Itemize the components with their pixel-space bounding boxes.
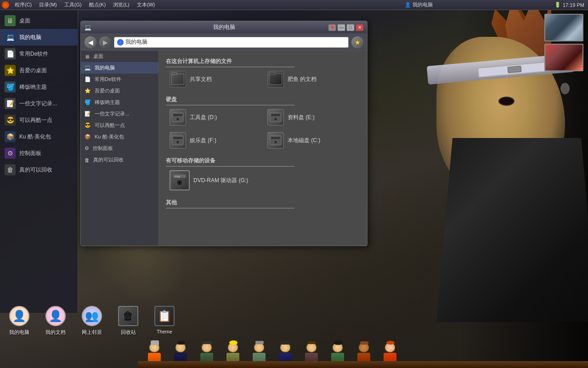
win-sidebar-themes-icon: 🪣 — [85, 99, 91, 105]
sidebar-item-software[interactable]: 📄 常用De软件 — [0, 46, 78, 62]
drive-f-icon — [170, 132, 186, 149]
win-sidebar-item-mycomputer[interactable]: 💻 我的电脑 — [81, 62, 158, 74]
taskbar-active-window[interactable]: 👤 我的电脑 — [396, 1, 442, 8]
menu-programs[interactable]: 程序(C) — [11, 0, 35, 9]
network-desktop-label: 网上邻居 — [82, 329, 102, 336]
sidebar-item-themes[interactable]: 🪣 稀饭哟主题 — [0, 79, 78, 95]
drive-c[interactable]: 本地磁盘 (C:) — [266, 131, 360, 150]
menu-text[interactable]: 文本(W) — [133, 0, 159, 9]
recycle-icon-sidebar: 🗑 — [5, 164, 16, 175]
file-shared-docs[interactable]: 共享文档 — [168, 69, 262, 89]
nav-forward-button[interactable]: ▶ — [99, 36, 111, 48]
shared-docs-icon — [170, 71, 186, 87]
file-feiyu-docs[interactable]: 肥鱼 的文档 — [266, 69, 360, 89]
drive-g-label: DVD-RAM 驱动器 (G:) — [193, 177, 248, 184]
chibi-platform — [138, 361, 588, 368]
window-pin-button[interactable]: 📌 — [328, 24, 336, 31]
window-controls: 📌 — □ ✕ — [328, 24, 363, 31]
win-sidebar-mycomputer-label: 我的电脑 — [95, 64, 115, 71]
menu-directory[interactable]: 目录(M) — [35, 0, 61, 9]
win-sidebar-recycle-label: 真的可以回收 — [93, 156, 124, 163]
sidebar-item-cool[interactable]: 😎 可以再酷一点 — [0, 112, 78, 128]
thumbnail-2[interactable] — [544, 44, 583, 71]
sidebar-item-ku[interactable]: 📦 Ku 酷·美化包 — [0, 128, 78, 145]
window-maximize-button[interactable]: □ — [347, 24, 354, 31]
drive-f[interactable]: 娱乐盘 (F:) — [168, 131, 262, 150]
svg-rect-9 — [173, 137, 182, 139]
win-sidebar-item-controlpanel[interactable]: ⚙ 控制面板 — [81, 143, 158, 154]
mydocs-desktop-icon: 👤 — [45, 305, 67, 327]
win-sidebar-item-favorites[interactable]: ⭐ 吾爱の桌面 — [81, 85, 158, 97]
win-sidebar-item-software[interactable]: 📄 常用De软件 — [81, 74, 158, 85]
menu-cool[interactable]: 酷点(K) — [85, 0, 110, 9]
desktop-icon-network[interactable]: 👥 网上邻居 — [77, 305, 107, 336]
desktop-icon-mydocs[interactable]: 👤 我的文档 — [41, 305, 70, 336]
window-titlebar[interactable]: 💻 我的电脑 📌 — □ ✕ — [81, 21, 367, 34]
hard-drives-grid: 工具盘 (D:) 资料盘 (E:) — [166, 108, 360, 150]
window-close-button[interactable]: ✕ — [356, 24, 363, 31]
clock: 17:19 PM — [563, 2, 584, 8]
win-sidebar-cool-icon: 😎 — [85, 122, 91, 128]
sidebar-item-mycomputer[interactable]: 💻 我的电脑 — [0, 29, 78, 46]
desktop-icon-recycle[interactable]: 🗑 回收站 — [113, 305, 143, 336]
window-minimize-button[interactable]: — — [338, 24, 345, 31]
sidebar-item-recycle[interactable]: 🗑 真的可以回收 — [0, 161, 78, 178]
sidebar-item-notes[interactable]: 📝 一些文字记录... — [0, 95, 78, 112]
drive-e-label: 资料盘 (E:) — [288, 114, 315, 121]
win-sidebar-mycomputer-icon: 💻 — [85, 65, 91, 71]
removable-grid: RAM DVD-RAM 驱动器 (G:) — [166, 169, 360, 192]
os-logo[interactable] — [2, 1, 9, 9]
nav-back-button[interactable]: ◀ — [85, 36, 96, 48]
svg-point-3 — [177, 119, 179, 120]
menu-browse[interactable]: 浏览(L) — [109, 0, 133, 9]
win-sidebar-item-themes[interactable]: 🪣 稀饭哟主题 — [81, 97, 158, 108]
win-sidebar-notes-icon: 📝 — [85, 111, 91, 117]
recycle-desktop-label: 回收站 — [121, 329, 136, 336]
drive-d-label: 工具盘 (D:) — [190, 114, 217, 121]
sidebar-item-favorites[interactable]: ⭐ 吾爱の桌面 — [0, 62, 78, 79]
svg-rect-1 — [173, 114, 182, 116]
win-sidebar-item-cool[interactable]: 😎 可以再酷一点 — [81, 120, 158, 131]
svg-point-19 — [179, 182, 181, 184]
themes-icon-sidebar: 🪣 — [5, 81, 16, 92]
ku-icon-sidebar: 📦 — [5, 131, 16, 142]
drive-g[interactable]: RAM DVD-RAM 驱动器 (G:) — [168, 169, 262, 192]
software-icon-sidebar: 📄 — [5, 48, 16, 59]
win-sidebar-desktop-label: 桌面 — [93, 53, 103, 60]
win-sidebar-ku-icon: 📦 — [85, 134, 91, 140]
bookmark-button[interactable]: ★ — [351, 36, 363, 48]
taskbar-system-area: 🔋 17:19 PM — [554, 2, 588, 8]
win-sidebar-desktop-icon: 🖥 — [85, 54, 90, 59]
desktop-icon-sidebar: 🖥 — [5, 15, 16, 26]
address-icon — [117, 39, 124, 46]
win-sidebar-item-desktop[interactable]: 🖥 桌面 — [81, 51, 158, 62]
sidebar-label-recycle: 真的可以回收 — [19, 166, 52, 174]
svg-point-7 — [275, 119, 277, 120]
win-sidebar-software-label: 常用De软件 — [95, 76, 121, 83]
desktop-icon-theme[interactable]: 📋 Theme — [150, 305, 179, 336]
menu-tools[interactable]: 工具(G) — [61, 0, 85, 9]
mycomputer-icon-sidebar: 💻 — [5, 32, 16, 43]
recycle-desktop-icon: 🗑 — [117, 305, 139, 327]
mydocs-desktop-label: 我的文档 — [45, 329, 66, 336]
sidebar-label-desktop: 桌面 — [19, 17, 30, 25]
desktop-icon-mycomputer[interactable]: 👤 我的电脑 — [5, 305, 34, 336]
win-sidebar-item-notes[interactable]: 📝 一些文字记录... — [81, 108, 158, 120]
sidebar-item-controlpanel[interactable]: ⚙ 控制面板 — [0, 145, 78, 161]
window-content: 🖥 桌面 💻 我的电脑 📄 常用De软件 ⭐ 吾爱の桌面 🪣 稀饭哟主题 📝 — [81, 51, 367, 246]
win-sidebar-item-ku[interactable]: 📦 Ku 酷·美化包 — [81, 131, 158, 143]
cool-icon-sidebar: 😎 — [5, 115, 16, 126]
drive-e[interactable]: 资料盘 (E:) — [266, 108, 360, 127]
address-bar[interactable]: 我的电脑 — [114, 37, 349, 48]
sidebar-item-desktop[interactable]: 🖥 桌面 — [0, 12, 78, 29]
win-sidebar-item-recycle[interactable]: 🗑 真的可以回收 — [81, 154, 158, 166]
thumbnail-1[interactable] — [544, 14, 583, 41]
drive-d[interactable]: 工具盘 (D:) — [168, 108, 262, 127]
win-sidebar-favorites-label: 吾爱の桌面 — [95, 87, 120, 94]
main-file-content: 在这台计算机上存储的文件 共享文档 肥鱼 — [159, 51, 367, 246]
win-sidebar-favorites-icon: ⭐ — [85, 88, 91, 94]
sidebar-label-cool: 可以再酷一点 — [19, 116, 52, 124]
drive-g-icon: RAM — [170, 170, 190, 190]
stored-files-grid: 共享文档 肥鱼 的文档 — [166, 69, 360, 89]
drive-c-icon — [267, 132, 284, 149]
